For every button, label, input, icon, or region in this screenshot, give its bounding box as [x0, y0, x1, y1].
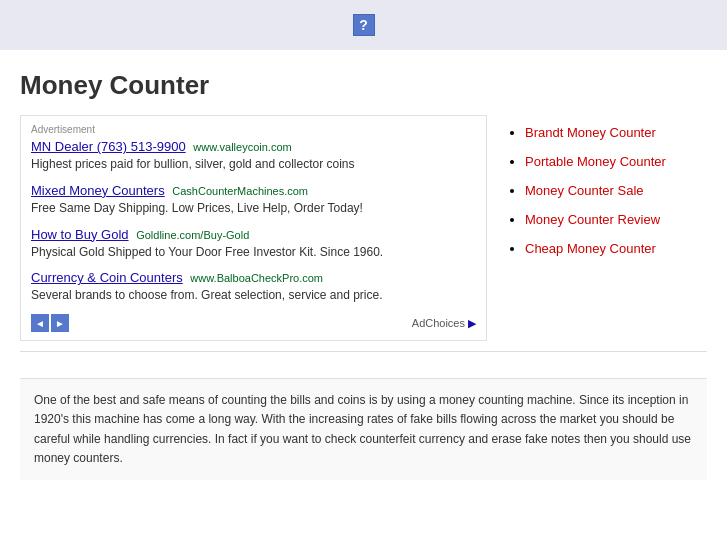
- sidebar-link-3[interactable]: Money Counter Review: [525, 212, 660, 227]
- page-wrapper: ? Money Counter Advertisement MN Dealer …: [0, 0, 727, 545]
- list-item: Money Counter Sale: [525, 183, 707, 198]
- ad-nav-buttons: ◄ ►: [31, 314, 69, 332]
- left-column: Advertisement MN Dealer (763) 513-9900 w…: [20, 115, 487, 351]
- ad-desc-1: Free Same Day Shipping. Low Prices, Live…: [31, 200, 476, 217]
- main-content: Money Counter Advertisement MN Dealer (7…: [0, 50, 727, 500]
- page-title: Money Counter: [20, 70, 707, 101]
- ad-label: Advertisement: [31, 124, 476, 135]
- ad-desc-3: Several brands to choose from. Great sel…: [31, 287, 476, 304]
- ad-title-1[interactable]: Mixed Money Counters: [31, 183, 165, 198]
- ad-title-3[interactable]: Currency & Coin Counters: [31, 270, 183, 285]
- ad-url-1[interactable]: CashCounterMachines.com: [172, 185, 308, 197]
- list-item: Portable Money Counter: [525, 154, 707, 169]
- ad-desc-2: Physical Gold Shipped to Your Door Free …: [31, 244, 476, 261]
- ad-next-button[interactable]: ►: [51, 314, 69, 332]
- ad-item: Mixed Money Counters CashCounterMachines…: [31, 183, 476, 217]
- sidebar-link-4[interactable]: Cheap Money Counter: [525, 241, 656, 256]
- sidebar-link-2[interactable]: Money Counter Sale: [525, 183, 644, 198]
- content-area: Advertisement MN Dealer (763) 513-9900 w…: [20, 115, 707, 351]
- ad-section: Advertisement MN Dealer (763) 513-9900 w…: [20, 115, 487, 341]
- list-item: Brandt Money Counter: [525, 125, 707, 140]
- ad-nav: ◄ ► AdChoices ▶: [31, 314, 476, 332]
- list-item: Money Counter Review: [525, 212, 707, 227]
- list-item: Cheap Money Counter: [525, 241, 707, 256]
- ad-title-2[interactable]: How to Buy Gold: [31, 227, 129, 242]
- ad-url-0[interactable]: www.valleycoin.com: [193, 141, 291, 153]
- ad-choices-label: AdChoices: [412, 317, 465, 329]
- sidebar-link-1[interactable]: Portable Money Counter: [525, 154, 666, 169]
- description-box: One of the best and safe means of counti…: [20, 378, 707, 480]
- question-icon: ?: [353, 14, 375, 36]
- ad-item: How to Buy Gold Goldline.com/Buy-Gold Ph…: [31, 227, 476, 261]
- ad-url-3[interactable]: www.BalboaCheckPro.com: [190, 272, 323, 284]
- ad-item: MN Dealer (763) 513-9900 www.valleycoin.…: [31, 139, 476, 173]
- ad-desc-0: Highest prices paid for bullion, silver,…: [31, 156, 476, 173]
- ad-url-2[interactable]: Goldline.com/Buy-Gold: [136, 229, 249, 241]
- top-bar: ?: [0, 0, 727, 50]
- ad-item: Currency & Coin Counters www.BalboaCheck…: [31, 270, 476, 304]
- divider: [20, 351, 707, 352]
- ad-choices-arrow-icon[interactable]: ▶: [468, 317, 476, 330]
- ad-prev-button[interactable]: ◄: [31, 314, 49, 332]
- ad-title-0[interactable]: MN Dealer (763) 513-9900: [31, 139, 186, 154]
- sidebar-link-0[interactable]: Brandt Money Counter: [525, 125, 656, 140]
- sidebar-list: Brandt Money Counter Portable Money Coun…: [507, 125, 707, 256]
- ad-choices: AdChoices ▶: [412, 317, 476, 330]
- right-column: Brandt Money Counter Portable Money Coun…: [507, 115, 707, 351]
- description-text: One of the best and safe means of counti…: [34, 391, 693, 468]
